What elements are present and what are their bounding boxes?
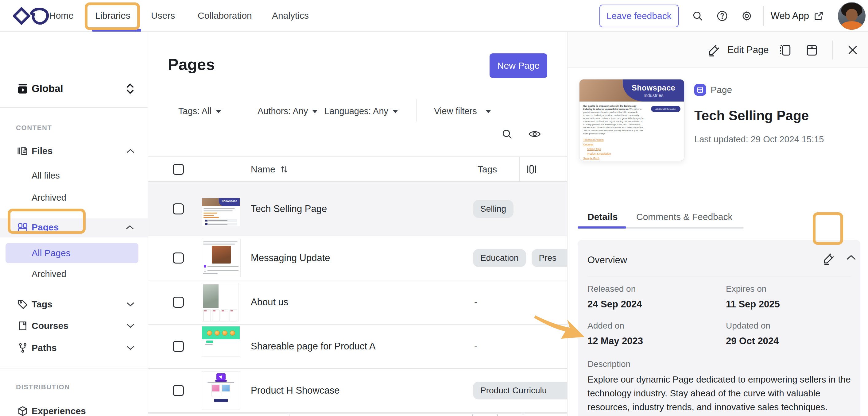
pages-collapse-chevron-icon[interactable] (126, 225, 134, 230)
details-panel: Edit Page Showspace Industries Our (567, 32, 868, 416)
preview-eye-icon[interactable] (528, 128, 541, 140)
page-thumbnail (202, 326, 240, 357)
updated-on-label: Updated on (726, 321, 770, 331)
sidebar: Global CONTENT Files All files Archived … (0, 32, 148, 416)
row-name[interactable]: About us (251, 297, 288, 308)
workspace-selector-icon (126, 83, 135, 95)
column-divider (519, 157, 520, 182)
web-app-link[interactable]: Web App (771, 10, 824, 22)
nav-item-users[interactable]: Users (151, 0, 175, 31)
overview-edit-pencil-icon[interactable] (821, 251, 836, 266)
no-tags-dash: - (473, 297, 477, 308)
page-preview-thumbnail[interactable]: Showspace Industries Our goal is to empo… (579, 79, 684, 161)
sidebar-item-courses[interactable]: Courses (0, 317, 148, 335)
overview-title: Overview (587, 255, 627, 266)
tags-expand-chevron-icon[interactable] (126, 301, 135, 307)
external-link-icon (813, 11, 824, 21)
app-window: Home Libraries Users Collaboration Analy… (0, 0, 868, 416)
tab-details[interactable]: Details (587, 212, 618, 222)
user-avatar[interactable] (838, 2, 866, 30)
sidebar-item-experiences[interactable]: Experiences (0, 402, 148, 416)
tags-filter-label: Tags: All (178, 106, 212, 116)
row-checkbox[interactable] (173, 297, 184, 308)
row-checkbox[interactable] (173, 203, 184, 215)
released-on-label: Released on (587, 284, 636, 294)
caret-down-icon (393, 110, 398, 113)
name-column-header[interactable]: Name (251, 164, 289, 174)
row-checkbox[interactable] (173, 385, 184, 396)
courses-icon (16, 320, 29, 331)
row-name[interactable]: Tech Selling Page (251, 203, 327, 215)
workspace-name: Global (32, 83, 63, 95)
row-checkbox[interactable] (173, 341, 184, 352)
close-panel-icon[interactable] (845, 43, 860, 57)
nav-item-libraries[interactable]: Libraries (95, 0, 130, 31)
nav-item-collaboration[interactable]: Collaboration (198, 0, 252, 31)
overview-divider (587, 276, 850, 277)
description-label: Description (587, 359, 630, 369)
table-search-icon[interactable] (501, 128, 513, 140)
preview-header-photo: Showspace Industries (580, 79, 684, 101)
pages-label: Pages (32, 222, 59, 232)
all-pages-label: All Pages (32, 248, 71, 258)
row-name[interactable]: Shareable page for Product A (251, 341, 376, 352)
overview-collapse-chevron-icon[interactable] (846, 254, 856, 261)
tag-pill: Education (473, 249, 526, 267)
duplicate-icon[interactable] (778, 43, 793, 57)
sidebar-item-tags[interactable]: Tags (0, 295, 148, 314)
tags-column-header: Tags (477, 164, 497, 174)
tag-pill: Selling (473, 200, 514, 218)
search-icon[interactable] (691, 10, 704, 22)
page-title: Pages (168, 55, 215, 74)
sidebar-item-files-archived[interactable]: Archived (32, 193, 66, 203)
leave-feedback-button[interactable]: Leave feedback (599, 5, 679, 27)
sidebar-item-files[interactable]: Files (0, 141, 148, 161)
languages-filter-dropdown[interactable]: Languages: Any (324, 103, 398, 119)
sidebar-item-pages[interactable]: Pages (0, 218, 148, 237)
pages-icon (16, 222, 29, 234)
sidebar-item-pages-archived[interactable]: Archived (32, 269, 66, 279)
new-page-button[interactable]: New Page (490, 53, 547, 78)
nav-item-analytics[interactable]: Analytics (272, 0, 309, 31)
sidebar-item-all-pages[interactable]: All Pages (5, 243, 138, 263)
tab-comments-feedback[interactable]: Comments & Feedback (636, 212, 732, 222)
sidebar-item-paths[interactable]: Paths (0, 339, 148, 357)
authors-filter-dropdown[interactable]: Authors: Any (257, 103, 318, 119)
panel-tabs: Details Comments & Feedback (567, 209, 868, 230)
view-filters-dropdown[interactable]: View filters (434, 103, 491, 119)
archive-icon[interactable] (804, 43, 819, 57)
tags-icon (16, 298, 29, 310)
select-all-checkbox[interactable] (173, 164, 184, 175)
distribution-section-label: DISTRIBUTION (16, 383, 70, 391)
help-icon[interactable] (716, 10, 728, 22)
no-tags-dash: - (473, 341, 477, 352)
nav-item-home[interactable]: Home (49, 0, 74, 31)
active-nav-underline (92, 29, 141, 32)
workspace-selector[interactable]: Global (0, 78, 148, 99)
authors-filter-label: Authors: Any (257, 106, 308, 116)
overview-section: Overview Released on 24 Sep 2024 Expires… (578, 240, 860, 416)
page-thumbnail (202, 371, 240, 410)
tab-bar-line (626, 227, 743, 229)
added-on-value: 12 May 2023 (587, 335, 643, 347)
showspace-logo-icon[interactable] (13, 6, 50, 26)
row-checkbox[interactable] (173, 253, 184, 263)
sidebar-divider (0, 368, 148, 369)
sidebar-item-all-files[interactable]: All files (32, 170, 60, 181)
last-updated-text: Last updated: 29 Oct 2024 15:15 (694, 134, 824, 145)
page-type-badge-icon (694, 84, 706, 96)
edit-page-button[interactable]: Edit Page (707, 32, 769, 68)
columns-settings-icon[interactable] (526, 163, 537, 175)
table-tools (148, 128, 544, 143)
panel-action-bar: Edit Page (567, 32, 868, 68)
filters-divider (416, 99, 417, 122)
row-name[interactable]: Messaging Update (251, 253, 330, 263)
paths-expand-chevron-icon[interactable] (126, 345, 135, 351)
courses-label: Courses (32, 321, 68, 331)
files-collapse-chevron-icon[interactable] (126, 148, 135, 154)
settings-gear-icon[interactable] (741, 10, 753, 22)
courses-expand-chevron-icon[interactable] (126, 323, 135, 328)
tags-filter-dropdown[interactable]: Tags: All (178, 103, 221, 119)
row-name[interactable]: Product H Showcase (251, 385, 339, 396)
tags-label: Tags (32, 299, 53, 310)
